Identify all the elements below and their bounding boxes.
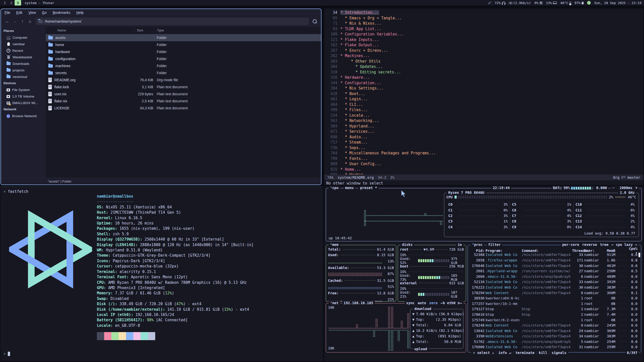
footer-key--select-[interactable]: ↑ select ↓: [471, 351, 496, 355]
tray-item[interactable]: 13%: [546, 1, 557, 5]
tray-item[interactable]: 0%: [534, 1, 542, 5]
file-row-README.org[interactable]: README.org76,4 KiBOrg-mode file: [46, 76, 321, 83]
forward-button[interactable]: →: [11, 18, 19, 25]
line-number: 671: [324, 129, 340, 134]
process-row[interactable]: 176223Isolated Web Co/nix/store/sm8fmrf3…: [470, 285, 639, 290]
tray-item[interactable]: [587, 1, 591, 5]
interface-switcher[interactable]: ←b eth0 n→: [439, 301, 463, 305]
footer-key-info-[interactable]: info ↵: [496, 351, 513, 355]
up-button[interactable]: ↑: [19, 18, 26, 25]
menu-edit[interactable]: Edit: [16, 11, 22, 15]
folder-icon: [48, 57, 53, 61]
workspace-3[interactable]: 3: [15, 0, 21, 6]
column-command[interactable]: Command:: [522, 249, 571, 253]
column-program[interactable]: Program:: [486, 249, 521, 253]
process-command: /nix/store/sm8fmrf3wps4: [522, 258, 571, 262]
process-row[interactable]: 176000Isolated Web Co/nix/store/sm8fmrf3…: [470, 344, 639, 350]
process-row[interactable]: 177257kworker/10:1-mm_1root0B0.0: [470, 301, 639, 306]
sidebar-item-file-system[interactable]: File System: [1, 86, 46, 93]
process-program: Web Content: [486, 323, 521, 327]
sidebar-item-nambiar[interactable]: nambiar: [1, 41, 46, 47]
sidebar-item-browse-network[interactable]: Browse Network: [1, 113, 46, 119]
sidebar-item-recent[interactable]: Recent: [1, 47, 46, 54]
scrollbar-thumb[interactable]: [638, 253, 640, 257]
column-header-size[interactable]: Size: [135, 28, 155, 32]
file-row-secrets[interactable]: secretsFolder: [46, 69, 321, 76]
menu-help[interactable]: Help: [76, 11, 84, 15]
footer-key-kill[interactable]: kill: [537, 351, 549, 355]
sidebar-item-computer[interactable]: Computer: [1, 34, 46, 41]
menu-go[interactable]: Go: [42, 11, 47, 15]
zero-button[interactable]: zero: [428, 301, 439, 305]
process-row[interactable]: 179127btopbtop2nambiar7.3M0.0: [470, 306, 639, 312]
tray-item[interactable]: 46°C: [560, 1, 571, 5]
sidebar-item-projects[interactable]: projects: [1, 67, 46, 73]
process-row[interactable]: 178294Web Content/nix/store/sm8fmrf3wps4…: [470, 290, 639, 296]
sidebar-item-downloads[interactable]: Downloads: [1, 60, 46, 67]
column-header-name[interactable]: Name: [46, 28, 135, 32]
menu-bookmarks[interactable]: Bookmarks: [53, 11, 70, 15]
process-row[interactable]: 175749kworker/6:2-even1root0B0.0: [470, 317, 639, 323]
tray-item[interactable]: 97%: [575, 1, 584, 5]
file-row-assets[interactable]: assetsFolder: [46, 34, 321, 41]
process-row[interactable]: 51762.emacs-31.0.50-/nix/store/wnqz5pa8r…: [470, 339, 639, 344]
file-row-machines[interactable]: machinesFolder: [46, 62, 321, 69]
process-row[interactable]: 52134Isolated Web Co/nix/store/sm8fmrf3w…: [470, 279, 639, 285]
process-row[interactable]: 38936kworker/u64:6-kc1root0B0.0: [470, 295, 639, 301]
process-row[interactable]: 52368Isolated Web Co/nix/store/sm8fmrf3w…: [470, 252, 639, 258]
column-threads[interactable]: Threads:: [572, 249, 583, 253]
file-row-LICENSE[interactable]: LICENSE34,3 KiBPlain text document: [46, 105, 321, 112]
sidebar-item-smallbox-wi-[interactable]: SMALLBOX Wi...: [1, 100, 46, 106]
tray-item[interactable]: (2.9kb/s): [509, 1, 531, 5]
workspace-1[interactable]: 1: [2, 0, 8, 6]
column-user[interactable]: User:: [584, 249, 602, 253]
back-button[interactable]: ←: [4, 18, 11, 25]
interval-minus-button[interactable]: ─: [611, 186, 618, 190]
process-row[interactable]: 178248Web Content/nix/store/sm8fmrf3wps4…: [470, 323, 639, 328]
sidebar-item-wastebasket[interactable]: Wastebasket: [1, 54, 46, 60]
shell-prompt[interactable]: ›: [4, 351, 10, 356]
preset-button[interactable]: preset *: [358, 186, 378, 190]
process-row[interactable]: 2601.Hyprland-wrapp/run/current-system/s…: [470, 268, 639, 274]
per-core-button[interactable]: per-core: [561, 243, 581, 247]
io-tab[interactable]: io: [456, 243, 463, 247]
file-row-configuration[interactable]: configurationFolder: [46, 55, 321, 62]
column-memb[interactable]: MemB: [603, 249, 615, 253]
process-row[interactable]: 13642Isolated Web Co/nix/store/sm8fmrf3w…: [470, 328, 639, 334]
column-pid[interactable]: Pid:: [470, 249, 485, 253]
tray-item[interactable]: 72%: [495, 1, 505, 5]
tray-item[interactable]: [488, 1, 491, 5]
footer-key-terminate[interactable]: terminate: [513, 351, 537, 355]
process-row[interactable]: 2660.emacs-31.0.50-/nix/store/wnqz5pa8ra…: [470, 274, 639, 279]
search-button[interactable]: [311, 18, 318, 25]
home-button[interactable]: ⌂: [26, 18, 34, 25]
process-row[interactable]: 3390WebExtensions/nix/store/sm8fmrf3wps4…: [470, 334, 639, 339]
interval-plus-button[interactable]: +: [634, 186, 639, 190]
process-row[interactable]: 178616btopbtop2nambiar7.4M0.0: [470, 312, 639, 317]
process-row[interactable]: 2658.firefox-wrappe/nix/store/sm8fmrf3wp…: [470, 257, 639, 263]
core-usage-graph: [522, 210, 561, 211]
path-field[interactable]: /home/nambiar/system/: [36, 18, 309, 25]
file-row-flake.lock[interactable]: flake.lock3,1 KiBPlain text document: [46, 83, 321, 90]
menu-view[interactable]: View: [28, 11, 36, 15]
sidebar-item-1-0-tb-volume[interactable]: 1,0 TB Volume: [1, 93, 46, 100]
process-row[interactable]: 176646Isolated Web Co/nix/store/sm8fmrf3…: [470, 263, 639, 268]
column-header-type[interactable]: Type: [155, 28, 321, 32]
auto-button[interactable]: auto: [416, 301, 428, 305]
sort-column-switcher[interactable]: ← cpu lazy →: [610, 243, 638, 247]
menu-button[interactable]: menu: [344, 186, 355, 190]
sync-button[interactable]: sync: [405, 301, 416, 305]
footer-key-signals[interactable]: signals: [549, 351, 568, 355]
filter-button[interactable]: filter: [487, 243, 502, 247]
file-row-flake.nix[interactable]: flake.nix2,5 KiBPlain text document: [46, 98, 321, 105]
workspace-2[interactable]: 2: [8, 0, 15, 6]
file-row-user.nix[interactable]: user.nix229 bytesPlain text document: [46, 90, 321, 98]
file-row-hardware[interactable]: hardwareFolder: [46, 48, 321, 55]
tray-item[interactable]: Sun, 28 Sep 2025 - 22:19: [594, 1, 641, 5]
menu-file[interactable]: File: [5, 11, 10, 15]
sidebar-item-nextcloud[interactable]: nextcloud: [1, 73, 46, 80]
file-row-home[interactable]: homeFolder: [46, 41, 321, 48]
tree-button[interactable]: tree: [598, 243, 610, 247]
reverse-button[interactable]: reverse: [581, 243, 598, 247]
core-percent: 2%: [626, 219, 635, 223]
